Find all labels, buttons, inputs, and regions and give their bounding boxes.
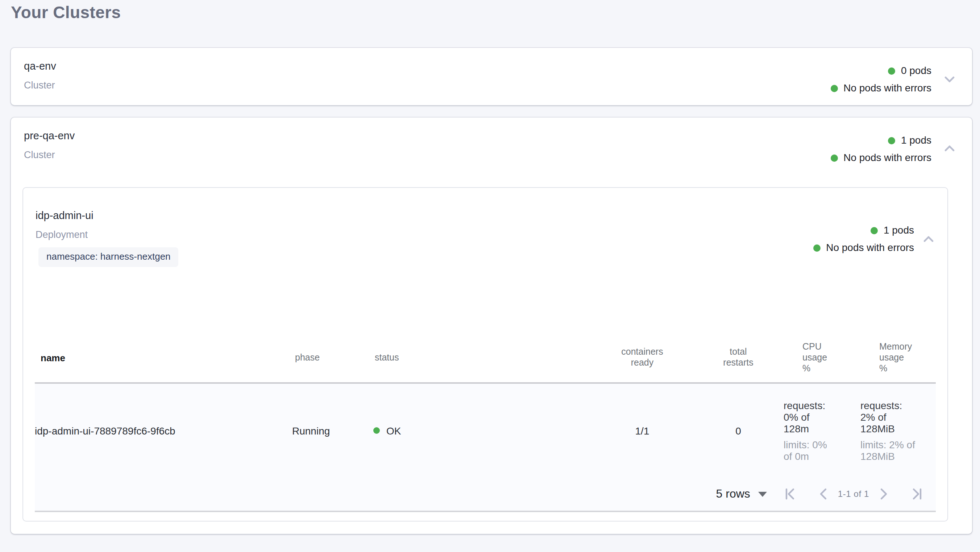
- chevron-up-icon[interactable]: [942, 141, 958, 157]
- pods-count-row: 1 pods: [888, 134, 931, 147]
- chevron-up-icon[interactable]: [921, 231, 937, 247]
- pods-count-label: 1 pods: [884, 224, 914, 236]
- status-dot-icon: [830, 85, 838, 92]
- pods-table: name phase status containers ready total…: [35, 333, 936, 512]
- cluster-titles: pre-qa-env Cluster: [24, 130, 75, 160]
- status-dot-icon: [888, 67, 895, 74]
- column-header-cpu-usage: CPU usage %: [784, 333, 861, 383]
- chevron-down-icon[interactable]: [942, 71, 958, 87]
- pods-summary: 1 pods No pods with errors: [830, 130, 931, 164]
- pods-count-row: 0 pods: [888, 65, 931, 77]
- pods-table-wrap: name phase status containers ready total…: [35, 333, 936, 512]
- pods-errors-row: No pods with errors: [813, 241, 914, 254]
- cluster-card-pre-qa-env: pre-qa-env Cluster 1 pods No pods with e…: [11, 118, 972, 534]
- status-dot-icon: [373, 427, 380, 434]
- column-header-name: name: [35, 333, 292, 383]
- column-header-containers-ready: containers ready: [592, 333, 693, 383]
- pod-status-cell: OK: [369, 383, 592, 477]
- cluster-card-header[interactable]: qa-env Cluster 0 pods No pods with error…: [11, 48, 972, 94]
- total-restarts-cell: 0: [693, 383, 784, 477]
- status-dot-icon: [830, 154, 838, 161]
- containers-ready-cell: 1/1: [592, 383, 693, 477]
- deployment-header: idp-admin-ui Deployment namespace: harne…: [23, 188, 947, 267]
- pagination: 5 rows 1-1 of 1: [35, 485, 936, 503]
- next-page-button[interactable]: [875, 485, 892, 503]
- rows-per-page-select[interactable]: 5 rows: [716, 487, 767, 501]
- pod-table-row: idp-admin-ui-7889789fc6-9f6cb Running OK…: [35, 383, 936, 477]
- pods-errors-row: No pods with errors: [830, 152, 931, 164]
- pods-errors-label: No pods with errors: [826, 241, 914, 254]
- last-page-button[interactable]: [908, 485, 926, 503]
- pods-count-label: 0 pods: [901, 65, 931, 77]
- pods-summary: 0 pods No pods with errors: [830, 60, 931, 94]
- pod-name-cell: idp-admin-ui-7889789fc6-9f6cb: [35, 383, 292, 477]
- page-range-label: 1-1 of 1: [838, 489, 869, 499]
- first-page-button[interactable]: [781, 485, 799, 503]
- pod-phase-cell: Running: [292, 383, 369, 477]
- memory-usage-cell: requests: 2% of 128MiB limits: 2% of 128…: [861, 383, 936, 477]
- pods-errors-label: No pods with errors: [843, 82, 931, 94]
- page-title: Your Clusters: [11, 3, 980, 22]
- pods-count-row: 1 pods: [870, 224, 914, 236]
- deployment-card: idp-admin-ui Deployment namespace: harne…: [22, 187, 948, 522]
- cluster-type-label: Cluster: [24, 150, 75, 160]
- rows-per-page-label: 5 rows: [716, 487, 750, 501]
- status-dot-icon: [813, 244, 820, 251]
- deployment-name: idp-admin-ui: [35, 210, 947, 221]
- cluster-name: pre-qa-env: [24, 130, 75, 142]
- cluster-titles: qa-env Cluster: [24, 60, 56, 91]
- column-header-phase: phase: [292, 333, 369, 383]
- cluster-card-header[interactable]: pre-qa-env Cluster 1 pods No pods with e…: [11, 118, 972, 164]
- pod-status-label: OK: [387, 425, 401, 436]
- cpu-requests-label: requests: 0% of 128m: [784, 399, 861, 434]
- memory-requests-label: requests: 2% of 128MiB: [861, 399, 936, 434]
- pods-count-label: 1 pods: [901, 134, 931, 147]
- pods-errors-label: No pods with errors: [843, 152, 931, 164]
- clusters-page: Your Clusters qa-env Cluster 0 pods No p…: [0, 3, 980, 552]
- cluster-card-qa-env: qa-env Cluster 0 pods No pods with error…: [11, 48, 972, 105]
- status-dot-icon: [888, 137, 895, 144]
- cpu-limits-label: limits: 0% of 0m: [784, 439, 861, 462]
- cluster-name: qa-env: [24, 60, 56, 72]
- column-header-total-restarts: total restarts: [693, 333, 784, 383]
- pods-summary: 1 pods No pods with errors: [813, 224, 914, 254]
- cpu-usage-cell: requests: 0% of 128m limits: 0% of 0m: [784, 383, 861, 477]
- table-header-row: name phase status containers ready total…: [35, 333, 936, 383]
- pagination-row: 5 rows 1-1 of 1: [35, 477, 936, 511]
- column-header-memory-usage: Memory usage %: [861, 333, 936, 383]
- cluster-type-label: Cluster: [24, 80, 56, 91]
- previous-page-button[interactable]: [815, 485, 832, 503]
- namespace-badge: namespace: harness-nextgen: [38, 247, 179, 267]
- column-header-status: status: [369, 333, 592, 383]
- caret-down-icon: [758, 491, 767, 496]
- memory-limits-label: limits: 2% of 128MiB: [861, 439, 936, 462]
- deployment-type-label: Deployment: [35, 229, 947, 240]
- pods-errors-row: No pods with errors: [830, 82, 931, 94]
- status-dot-icon: [870, 227, 878, 234]
